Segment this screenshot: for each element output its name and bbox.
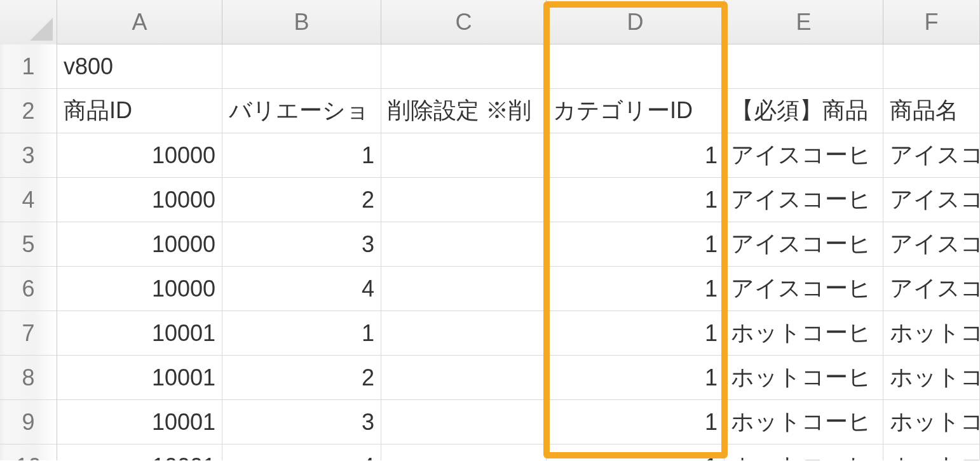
cell-B8[interactable]: 2 [222, 356, 381, 400]
cell-A1[interactable]: v800 [57, 44, 222, 89]
row-header-10[interactable]: 10 [0, 444, 57, 460]
cell-B5[interactable]: 3 [222, 222, 381, 267]
column-header-E[interactable]: E [725, 0, 883, 44]
cell-C7[interactable] [381, 311, 547, 356]
cell-E6[interactable]: アイスコーヒ [725, 267, 883, 311]
row-7: 7 10001 1 1 ホットコーヒ ホットコ [0, 311, 980, 356]
cell-F4[interactable]: アイスコ [883, 178, 980, 222]
cell-C6[interactable] [381, 267, 547, 311]
row-header-5[interactable]: 5 [0, 222, 57, 267]
cell-E4[interactable]: アイスコーヒ [725, 178, 883, 222]
cell-B9[interactable]: 3 [222, 400, 381, 444]
cell-C1[interactable] [381, 44, 547, 89]
cell-B7[interactable]: 1 [222, 311, 381, 356]
cell-A8[interactable]: 10001 [57, 356, 222, 400]
cell-F2[interactable]: 商品名 [883, 89, 980, 133]
row-header-3[interactable]: 3 [0, 133, 57, 178]
column-header-D[interactable]: D [547, 0, 725, 44]
row-4: 4 10000 2 1 アイスコーヒ アイスコ [0, 178, 980, 222]
row-9: 9 10001 3 1 ホットコーヒ ホットコ [0, 400, 980, 444]
row-header-1[interactable]: 1 [0, 44, 57, 89]
cell-B10[interactable]: 4 [222, 444, 381, 460]
cell-B4[interactable]: 2 [222, 178, 381, 222]
row-3: 3 10000 1 1 アイスコーヒ アイスコ [0, 133, 980, 178]
cell-F6[interactable]: アイスコ [883, 267, 980, 311]
cell-C10[interactable] [381, 444, 547, 460]
cell-B2[interactable]: バリエーショ [222, 89, 381, 133]
cell-A10[interactable]: 10001 [57, 444, 222, 460]
cell-B6[interactable]: 4 [222, 267, 381, 311]
cell-A9[interactable]: 10001 [57, 400, 222, 444]
cell-F7[interactable]: ホットコ [883, 311, 980, 356]
cell-C3[interactable] [381, 133, 547, 178]
row-header-2[interactable]: 2 [0, 89, 57, 133]
cell-C8[interactable] [381, 356, 547, 400]
cell-E8[interactable]: ホットコーヒ [725, 356, 883, 400]
row-header-6[interactable]: 6 [0, 267, 57, 311]
cell-D8[interactable]: 1 [547, 356, 725, 400]
cell-A4[interactable]: 10000 [57, 178, 222, 222]
cell-B1[interactable] [222, 44, 381, 89]
column-header-row: A B C D E F [0, 0, 980, 44]
cell-D1[interactable] [547, 44, 725, 89]
cell-D10[interactable]: 1 [547, 444, 725, 460]
cell-A3[interactable]: 10000 [57, 133, 222, 178]
cell-F5[interactable]: アイスコ [883, 222, 980, 267]
cell-E10[interactable]: ホットコーヒ [725, 444, 883, 460]
row-10: 10 10001 4 1 ホットコーヒ ホットコ [0, 444, 980, 460]
cell-A6[interactable]: 10000 [57, 267, 222, 311]
row-header-4[interactable]: 4 [0, 178, 57, 222]
spreadsheet: A B C D E F 1 v800 2 商品ID バリエーショ 削除設定 ※削… [0, 0, 980, 461]
cell-C2[interactable]: 削除設定 ※削 [381, 89, 547, 133]
svg-marker-0 [30, 18, 53, 41]
cell-F3[interactable]: アイスコ [883, 133, 980, 178]
column-header-B[interactable]: B [222, 0, 381, 44]
select-all-corner[interactable] [0, 0, 57, 44]
cell-F9[interactable]: ホットコ [883, 400, 980, 444]
cell-F8[interactable]: ホットコ [883, 356, 980, 400]
row-6: 6 10000 4 1 アイスコーヒ アイスコ [0, 267, 980, 311]
cell-E5[interactable]: アイスコーヒ [725, 222, 883, 267]
cell-D9[interactable]: 1 [547, 400, 725, 444]
cell-F10[interactable]: ホットコ [883, 444, 980, 460]
cell-E9[interactable]: ホットコーヒ [725, 400, 883, 444]
cell-A5[interactable]: 10000 [57, 222, 222, 267]
cell-F1[interactable] [883, 44, 980, 89]
cell-E3[interactable]: アイスコーヒ [725, 133, 883, 178]
row-header-9[interactable]: 9 [0, 400, 57, 444]
cell-C5[interactable] [381, 222, 547, 267]
cell-D3[interactable]: 1 [547, 133, 725, 178]
cell-D4[interactable]: 1 [547, 178, 725, 222]
cell-E1[interactable] [725, 44, 883, 89]
cell-D6[interactable]: 1 [547, 267, 725, 311]
row-header-7[interactable]: 7 [0, 311, 57, 356]
cell-E2[interactable]: 【必須】商品 [725, 89, 883, 133]
row-2: 2 商品ID バリエーショ 削除設定 ※削 カテゴリーID 【必須】商品 商品名 [0, 89, 980, 133]
cell-D5[interactable]: 1 [547, 222, 725, 267]
cell-A2[interactable]: 商品ID [57, 89, 222, 133]
column-header-C[interactable]: C [381, 0, 547, 44]
row-8: 8 10001 2 1 ホットコーヒ ホットコ [0, 356, 980, 400]
cell-B3[interactable]: 1 [222, 133, 381, 178]
select-all-triangle-icon [30, 18, 53, 41]
column-header-A[interactable]: A [57, 0, 222, 44]
cell-E7[interactable]: ホットコーヒ [725, 311, 883, 356]
row-1: 1 v800 [0, 44, 980, 89]
row-header-8[interactable]: 8 [0, 356, 57, 400]
row-5: 5 10000 3 1 アイスコーヒ アイスコ [0, 222, 980, 267]
cell-D7[interactable]: 1 [547, 311, 725, 356]
cell-C9[interactable] [381, 400, 547, 444]
cell-A7[interactable]: 10001 [57, 311, 222, 356]
column-header-F[interactable]: F [883, 0, 980, 44]
cell-C4[interactable] [381, 178, 547, 222]
cell-D2[interactable]: カテゴリーID [547, 89, 725, 133]
